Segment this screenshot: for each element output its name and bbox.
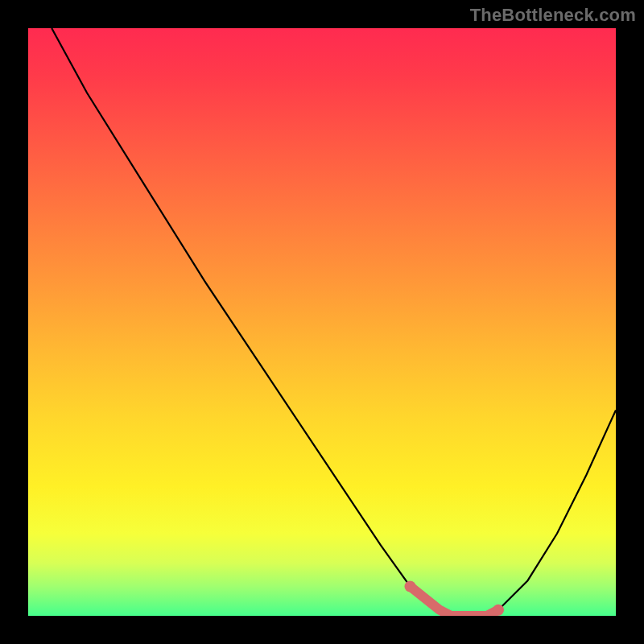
plateau-end-dot	[493, 605, 504, 616]
plateau-start-dot	[405, 581, 416, 592]
plateau-highlight	[411, 587, 499, 617]
curve-path	[52, 28, 616, 616]
bottleneck-curve	[52, 28, 616, 616]
plot-area	[28, 28, 616, 616]
chart-frame: TheBottleneck.com	[0, 0, 644, 644]
curve-layer	[28, 28, 616, 616]
watermark-text: TheBottleneck.com	[470, 5, 636, 26]
